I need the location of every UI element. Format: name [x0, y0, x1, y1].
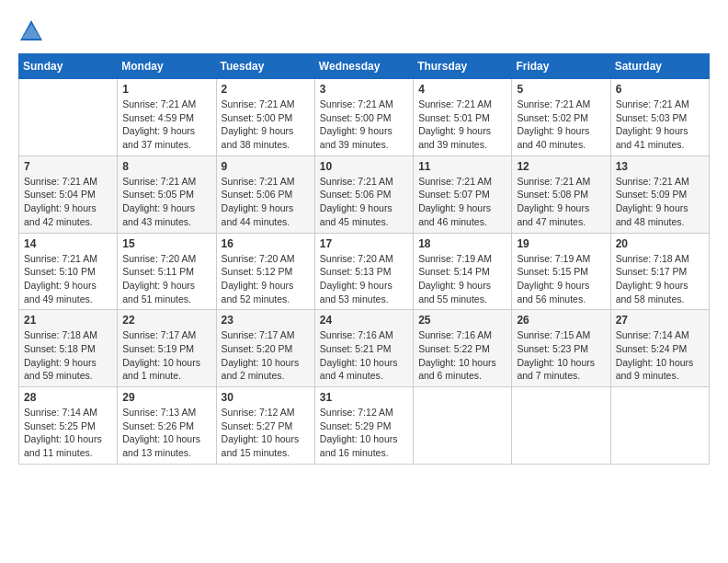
weekday-header-wednesday: Wednesday	[314, 54, 413, 79]
day-number: 3	[320, 83, 408, 96]
calendar-day-cell: 21Sunrise: 7:18 AM Sunset: 5:18 PM Dayli…	[19, 310, 118, 387]
calendar-day-cell: 6Sunrise: 7:21 AM Sunset: 5:03 PM Daylig…	[610, 79, 709, 156]
day-number: 12	[517, 160, 605, 173]
day-number: 15	[122, 237, 210, 250]
day-info: Sunrise: 7:21 AM Sunset: 5:00 PM Dayligh…	[320, 98, 408, 152]
day-info: Sunrise: 7:21 AM Sunset: 5:04 PM Dayligh…	[24, 175, 112, 229]
calendar-day-cell: 29Sunrise: 7:13 AM Sunset: 5:26 PM Dayli…	[118, 387, 216, 465]
day-info: Sunrise: 7:21 AM Sunset: 4:59 PM Dayligh…	[122, 98, 210, 152]
day-info: Sunrise: 7:21 AM Sunset: 5:06 PM Dayligh…	[222, 175, 310, 229]
day-number: 17	[320, 237, 408, 250]
day-number: 2	[222, 83, 310, 96]
calendar-day-cell: 27Sunrise: 7:14 AM Sunset: 5:24 PM Dayli…	[610, 310, 709, 387]
day-info: Sunrise: 7:20 AM Sunset: 5:12 PM Dayligh…	[222, 252, 310, 306]
day-info: Sunrise: 7:14 AM Sunset: 5:24 PM Dayligh…	[616, 328, 704, 383]
calendar-day-cell: 2Sunrise: 7:21 AM Sunset: 5:00 PM Daylig…	[216, 79, 314, 156]
day-info: Sunrise: 7:12 AM Sunset: 5:27 PM Dayligh…	[222, 406, 310, 460]
weekday-header-saturday: Saturday	[610, 54, 709, 79]
calendar-day-cell: 1Sunrise: 7:21 AM Sunset: 4:59 PM Daylig…	[118, 79, 216, 156]
empty-cell	[19, 79, 118, 156]
day-number: 31	[320, 391, 408, 404]
calendar-week-row: 7Sunrise: 7:21 AM Sunset: 5:04 PM Daylig…	[19, 155, 710, 233]
calendar-day-cell: 22Sunrise: 7:17 AM Sunset: 5:19 PM Dayli…	[118, 310, 216, 387]
day-info: Sunrise: 7:14 AM Sunset: 5:25 PM Dayligh…	[24, 406, 112, 460]
calendar-day-cell: 9Sunrise: 7:21 AM Sunset: 5:06 PM Daylig…	[216, 155, 314, 233]
day-number: 5	[517, 83, 605, 96]
day-info: Sunrise: 7:21 AM Sunset: 5:03 PM Dayligh…	[616, 98, 704, 152]
day-number: 9	[222, 160, 310, 173]
day-info: Sunrise: 7:21 AM Sunset: 5:02 PM Dayligh…	[517, 98, 605, 152]
calendar-table: SundayMondayTuesdayWednesdayThursdayFrid…	[18, 53, 710, 465]
day-info: Sunrise: 7:18 AM Sunset: 5:18 PM Dayligh…	[24, 328, 112, 383]
calendar-day-cell: 30Sunrise: 7:12 AM Sunset: 5:27 PM Dayli…	[216, 387, 314, 465]
calendar-week-row: 1Sunrise: 7:21 AM Sunset: 4:59 PM Daylig…	[19, 79, 710, 156]
calendar-day-cell: 23Sunrise: 7:17 AM Sunset: 5:20 PM Dayli…	[216, 310, 314, 387]
day-number: 16	[222, 237, 310, 250]
weekday-header-row: SundayMondayTuesdayWednesdayThursdayFrid…	[19, 54, 710, 79]
day-number: 19	[517, 237, 605, 250]
svg-marker-1	[22, 24, 40, 39]
day-number: 10	[320, 160, 408, 173]
day-info: Sunrise: 7:13 AM Sunset: 5:26 PM Dayligh…	[122, 406, 210, 460]
calendar-day-cell: 12Sunrise: 7:21 AM Sunset: 5:08 PM Dayli…	[512, 155, 610, 233]
day-info: Sunrise: 7:21 AM Sunset: 5:08 PM Dayligh…	[517, 175, 605, 229]
day-number: 28	[24, 391, 112, 404]
day-info: Sunrise: 7:17 AM Sunset: 5:19 PM Dayligh…	[122, 328, 210, 383]
logo-icon	[18, 18, 44, 44]
day-info: Sunrise: 7:17 AM Sunset: 5:20 PM Dayligh…	[222, 328, 310, 383]
logo	[18, 18, 48, 44]
weekday-header-sunday: Sunday	[19, 54, 118, 79]
day-info: Sunrise: 7:21 AM Sunset: 5:00 PM Dayligh…	[222, 98, 310, 152]
day-info: Sunrise: 7:21 AM Sunset: 5:09 PM Dayligh…	[616, 175, 704, 229]
day-number: 29	[122, 391, 210, 404]
day-number: 25	[418, 314, 506, 327]
weekday-header-thursday: Thursday	[414, 54, 512, 79]
calendar-day-cell: 11Sunrise: 7:21 AM Sunset: 5:07 PM Dayli…	[414, 155, 512, 233]
calendar-week-row: 21Sunrise: 7:18 AM Sunset: 5:18 PM Dayli…	[19, 310, 710, 387]
day-info: Sunrise: 7:18 AM Sunset: 5:17 PM Dayligh…	[616, 252, 704, 306]
day-number: 4	[418, 83, 506, 96]
day-number: 11	[418, 160, 506, 173]
day-number: 26	[517, 314, 605, 327]
calendar-week-row: 14Sunrise: 7:21 AM Sunset: 5:10 PM Dayli…	[19, 233, 710, 310]
calendar-day-cell: 5Sunrise: 7:21 AM Sunset: 5:02 PM Daylig…	[512, 79, 610, 156]
day-number: 27	[616, 314, 704, 327]
day-info: Sunrise: 7:16 AM Sunset: 5:22 PM Dayligh…	[418, 328, 506, 383]
calendar-day-cell: 16Sunrise: 7:20 AM Sunset: 5:12 PM Dayli…	[216, 233, 314, 310]
day-number: 13	[616, 160, 704, 173]
day-info: Sunrise: 7:21 AM Sunset: 5:01 PM Dayligh…	[418, 98, 506, 152]
calendar-day-cell: 18Sunrise: 7:19 AM Sunset: 5:14 PM Dayli…	[414, 233, 512, 310]
calendar-day-cell: 26Sunrise: 7:15 AM Sunset: 5:23 PM Dayli…	[512, 310, 610, 387]
day-number: 22	[122, 314, 210, 327]
day-number: 23	[222, 314, 310, 327]
calendar-day-cell: 10Sunrise: 7:21 AM Sunset: 5:06 PM Dayli…	[314, 155, 413, 233]
day-info: Sunrise: 7:21 AM Sunset: 5:10 PM Dayligh…	[24, 252, 112, 306]
day-info: Sunrise: 7:19 AM Sunset: 5:14 PM Dayligh…	[418, 252, 506, 306]
day-number: 24	[320, 314, 408, 327]
calendar-day-cell: 31Sunrise: 7:12 AM Sunset: 5:29 PM Dayli…	[314, 387, 413, 465]
day-info: Sunrise: 7:19 AM Sunset: 5:15 PM Dayligh…	[517, 252, 605, 306]
calendar-day-cell: 14Sunrise: 7:21 AM Sunset: 5:10 PM Dayli…	[19, 233, 118, 310]
weekday-header-tuesday: Tuesday	[216, 54, 314, 79]
calendar-day-cell: 28Sunrise: 7:14 AM Sunset: 5:25 PM Dayli…	[19, 387, 118, 465]
day-number: 1	[122, 83, 210, 96]
calendar-day-cell: 7Sunrise: 7:21 AM Sunset: 5:04 PM Daylig…	[19, 155, 118, 233]
calendar-day-cell: 8Sunrise: 7:21 AM Sunset: 5:05 PM Daylig…	[118, 155, 216, 233]
empty-cell	[512, 387, 610, 465]
calendar-day-cell: 15Sunrise: 7:20 AM Sunset: 5:11 PM Dayli…	[118, 233, 216, 310]
day-number: 14	[24, 237, 112, 250]
weekday-header-friday: Friday	[512, 54, 610, 79]
day-info: Sunrise: 7:16 AM Sunset: 5:21 PM Dayligh…	[320, 328, 408, 383]
calendar-day-cell: 17Sunrise: 7:20 AM Sunset: 5:13 PM Dayli…	[314, 233, 413, 310]
calendar-day-cell: 19Sunrise: 7:19 AM Sunset: 5:15 PM Dayli…	[512, 233, 610, 310]
calendar-day-cell: 20Sunrise: 7:18 AM Sunset: 5:17 PM Dayli…	[610, 233, 709, 310]
day-number: 30	[222, 391, 310, 404]
page-header	[18, 18, 710, 44]
empty-cell	[610, 387, 709, 465]
calendar-week-row: 28Sunrise: 7:14 AM Sunset: 5:25 PM Dayli…	[19, 387, 710, 465]
day-info: Sunrise: 7:12 AM Sunset: 5:29 PM Dayligh…	[320, 406, 408, 460]
day-number: 20	[616, 237, 704, 250]
day-number: 6	[616, 83, 704, 96]
day-number: 18	[418, 237, 506, 250]
calendar-day-cell: 13Sunrise: 7:21 AM Sunset: 5:09 PM Dayli…	[610, 155, 709, 233]
